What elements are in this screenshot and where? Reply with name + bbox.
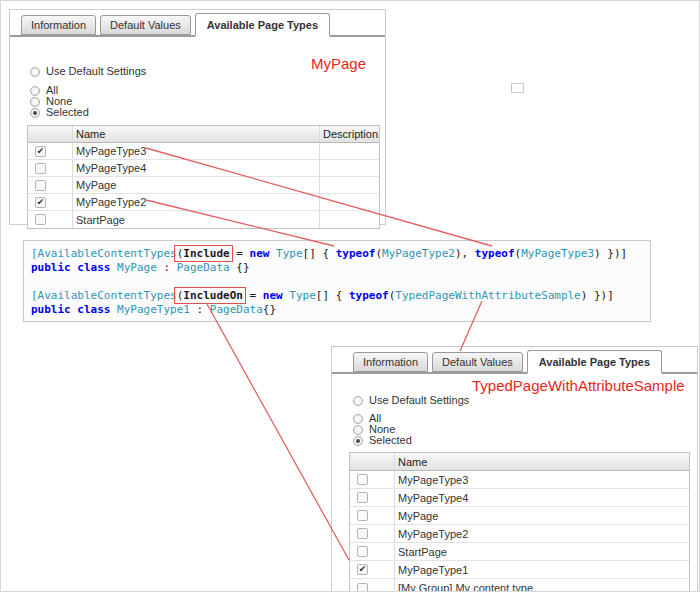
page-type-name: StartPage (395, 543, 689, 560)
checkbox-cell (350, 489, 395, 506)
radio-use-default-settings[interactable]: Use Default Settings (353, 395, 469, 406)
code-line: [AvailableContentTypes(IncludeOn = new T… (31, 289, 650, 303)
code-token: {} (230, 261, 250, 274)
code-line: [AvailableContentTypes(Include = new Typ… (31, 247, 650, 261)
radio-use-default-settings[interactable]: Use Default Settings (30, 66, 146, 77)
code-token: ) })] (594, 247, 627, 260)
table-header: Name Description (28, 126, 379, 143)
tab-available-page-types[interactable]: Available Page Types (195, 13, 330, 37)
page-type-name: MyPageType3 (73, 143, 319, 159)
checkbox-unchecked-icon[interactable] (357, 583, 368, 592)
code-token: [] { (316, 289, 349, 302)
page-type-description (319, 143, 379, 159)
code-token: typeof (349, 289, 389, 302)
checkbox-cell: ✔ (28, 194, 73, 210)
checkbox-unchecked-icon[interactable] (357, 510, 368, 521)
code-token: = (230, 247, 250, 260)
page-type-description (319, 160, 379, 176)
code-token: Type (289, 289, 316, 302)
code-token: = (243, 289, 263, 302)
table-header: Name (350, 453, 689, 471)
checkbox-checked-icon[interactable]: ✔ (35, 197, 46, 208)
checkbox-unchecked-icon[interactable] (357, 546, 368, 557)
code-token: public class (31, 261, 110, 274)
tab-strip: Information Default Values Available Pag… (10, 10, 385, 37)
checkbox-cell (350, 471, 395, 488)
tab-available-page-types[interactable]: Available Page Types (527, 350, 662, 374)
page-type-name: [My Group] My content type (395, 579, 689, 592)
radio-icon[interactable] (353, 414, 363, 424)
header-checkbox-column (350, 453, 395, 470)
code-token: public class (31, 303, 110, 316)
page-types-table: Name MyPageType3MyPageType4MyPageMyPageT… (349, 452, 690, 592)
tab-information[interactable]: Information (353, 352, 428, 372)
checkbox-checked-icon[interactable]: ✔ (35, 146, 46, 157)
page-type-description (319, 194, 379, 210)
header-name: Name (73, 126, 319, 142)
code-token: typeof (336, 247, 376, 260)
page-type-name: StartPage (73, 211, 319, 228)
page-type-name: MyPageType4 (395, 489, 689, 506)
checkbox-unchecked-icon[interactable] (357, 492, 368, 503)
annotation-label-mypage: MyPage (311, 55, 366, 72)
code-token: MyPageType2 (382, 247, 455, 260)
code-token: ), (455, 247, 475, 260)
code-line (31, 275, 650, 289)
table-row-startpage: StartPage (28, 211, 379, 228)
code-snippet: [AvailableContentTypes(Include = new Typ… (23, 240, 651, 322)
radio-icon[interactable] (30, 97, 40, 107)
code-token: typeof (475, 247, 515, 260)
checkbox-cell: ✔ (350, 561, 395, 578)
page-type-name: MyPageType2 (395, 525, 689, 542)
table-row-mypagetype3: ✔MyPageType3 (28, 143, 379, 160)
code-token: [] { (303, 247, 336, 260)
page-type-name: MyPageType1 (395, 561, 689, 578)
radio-selected[interactable]: Selected (30, 107, 89, 118)
radio-icon[interactable] (30, 67, 40, 77)
code-line: public class MyPageType1 : PageData{} (31, 303, 650, 317)
checkbox-cell (350, 507, 395, 524)
radio-label: Use Default Settings (46, 66, 146, 77)
checkbox-cell (28, 211, 73, 228)
code-token: MyPageType1 (117, 303, 190, 316)
checkbox-checked-icon[interactable]: ✔ (357, 564, 368, 575)
checkbox-unchecked-icon[interactable] (357, 474, 368, 485)
code-token: PageData (210, 303, 263, 316)
tab-information[interactable]: Information (21, 15, 96, 35)
documentation-figure: Information Default Values Available Pag… (0, 0, 700, 592)
radio-label: Selected (46, 107, 89, 118)
code-token: new (263, 289, 283, 302)
checkbox-cell: ✔ (28, 143, 73, 159)
radio-icon-selected[interactable] (30, 108, 40, 118)
code-token: ) })] (581, 289, 614, 302)
tab-strip: Information Default Values Available Pag… (332, 347, 697, 374)
code-token: new (250, 247, 270, 260)
checkbox-unchecked-icon[interactable] (35, 180, 46, 191)
checkbox-cell (350, 543, 395, 560)
table-row-mypage: MyPage (28, 177, 379, 194)
checkbox-unchecked-icon[interactable] (357, 528, 368, 539)
code-token: : (157, 261, 177, 274)
checkbox-cell (350, 525, 395, 542)
checkbox-unchecked-icon[interactable] (35, 163, 46, 174)
page-type-name: MyPageType2 (73, 194, 319, 210)
checkbox-unchecked-icon[interactable] (35, 214, 46, 225)
red-highlight-box: (Include (174, 245, 233, 262)
table-row-mypagetype1: ✔MyPageType1 (350, 561, 689, 579)
header-checkbox-column (28, 126, 73, 142)
radio-icon[interactable] (353, 396, 363, 406)
radio-selected[interactable]: Selected (353, 435, 412, 446)
tab-default-values[interactable]: Default Values (100, 15, 191, 35)
tab-default-values[interactable]: Default Values (432, 352, 523, 372)
code-token: [AvailableContentTypes (31, 247, 177, 260)
code-token: : (190, 303, 210, 316)
radio-icon[interactable] (30, 86, 40, 96)
code-line: public class MyPage : PageData {} (31, 261, 650, 275)
code-token: MyPageType3 (521, 247, 594, 260)
page-type-name: MyPageType4 (73, 160, 319, 176)
empty-placeholder-box (511, 83, 524, 93)
radio-icon-selected[interactable] (353, 436, 363, 446)
radio-icon[interactable] (353, 425, 363, 435)
page-type-name: MyPage (395, 507, 689, 524)
page-type-name: MyPageType3 (395, 471, 689, 488)
